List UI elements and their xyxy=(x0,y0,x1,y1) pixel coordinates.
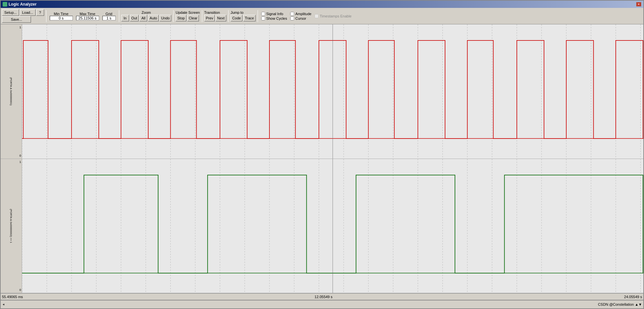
file-row1: Setup... Load... ? xyxy=(2,9,44,16)
update-group: Update Screen Stop Clear xyxy=(176,11,200,21)
max-time-value: 25.11506 s xyxy=(76,16,99,20)
signal-info-input[interactable] xyxy=(261,12,265,16)
show-cycles-checkbox[interactable]: Show Cycles xyxy=(261,16,287,20)
channel-2-plot[interactable] xyxy=(22,159,643,293)
status-bar: 55.49065 ms 12.05549 s 24.05549 s xyxy=(1,293,643,300)
taskbar: ◄ CSDN @Constellation ▲▼ xyxy=(1,300,643,308)
update-screen-label: Update Screen xyxy=(176,11,200,14)
update-clear-button[interactable]: Clear xyxy=(187,15,199,21)
sep1 xyxy=(46,10,46,22)
channel-2-label: 1 (PORTA & 0x00000002) >> 1 0 xyxy=(1,159,22,293)
main-window: Logic Analyzer ✕ Setup... Load... ? Save… xyxy=(0,0,644,309)
transition-label-row: Transition xyxy=(204,11,226,14)
jump-label-row: Jump to xyxy=(231,11,256,14)
zoom-group: Zoom In Out All Auto Undo xyxy=(121,11,172,21)
signal-info-checkbox[interactable]: Signal Info xyxy=(261,12,287,16)
title-bar: Logic Analyzer ✕ xyxy=(1,1,643,8)
update-btn-row: Stop Clear xyxy=(176,15,200,21)
jump-label: Jump to xyxy=(231,11,243,14)
min-time-label: Min Time xyxy=(54,12,69,16)
window-title: Logic Analyzer xyxy=(9,2,37,7)
cursor-label: Cursor xyxy=(295,16,306,20)
zoom-undo-button[interactable]: Undo xyxy=(159,15,171,21)
transition-group: Transition Prev Next xyxy=(204,11,226,21)
channel-container: 1 (PORTA & 0x00000001) 0 1 (PO xyxy=(1,24,643,293)
file-group: Setup... Load... ? Save... xyxy=(2,9,44,23)
channel-2: 1 (PORTA & 0x00000002) >> 1 0 xyxy=(1,159,643,294)
max-time-group: Max Time 25.11506 s xyxy=(76,12,99,20)
main-content: 1 (PORTA & 0x00000001) 0 1 (PO xyxy=(1,24,643,300)
amplitude-input[interactable] xyxy=(290,12,294,16)
taskbar-right-info: CSDN @Constellation ▲▼ xyxy=(598,302,642,306)
sep5 xyxy=(228,10,229,22)
sep3 xyxy=(173,10,174,22)
zoom-auto-button[interactable]: Auto xyxy=(148,15,159,21)
grid-label: Grid xyxy=(105,12,112,16)
max-time-label: Max Time xyxy=(80,12,96,16)
status-left-time: 55.49065 ms xyxy=(2,295,23,299)
grid-value: 1 s xyxy=(102,16,116,20)
close-button[interactable]: ✕ xyxy=(636,2,641,7)
status-center-time: 12.05549 s xyxy=(23,295,624,299)
file-row2: Save... xyxy=(2,16,44,23)
channel-2-name: (PORTA & 0x00000002) >> 1 xyxy=(1,164,21,289)
amplitude-label: Amplitude xyxy=(295,12,311,16)
zoom-in-button[interactable]: In xyxy=(121,15,129,21)
sep6 xyxy=(258,10,258,22)
sep4 xyxy=(202,10,202,22)
show-cycles-label: Show Cycles xyxy=(266,16,287,20)
channel-1-plot[interactable] xyxy=(22,24,643,159)
timestamps-input[interactable] xyxy=(315,14,319,18)
zoom-label-row: Zoom xyxy=(121,11,172,14)
channel-1-name: (PORTA & 0x00000001) xyxy=(1,29,21,154)
min-time-group: Min Time 0 s xyxy=(50,12,73,20)
jump-btn-row: Code Trace xyxy=(231,15,256,21)
channel-1-label: 1 (PORTA & 0x00000001) 0 xyxy=(1,24,22,159)
signal-info-label: Signal Info xyxy=(266,12,283,16)
transition-btn-row: Prev Next xyxy=(204,15,226,21)
jump-code-button[interactable]: Code xyxy=(231,15,242,21)
cursor-input[interactable] xyxy=(290,16,294,20)
transition-label: Transition xyxy=(204,11,220,14)
channel-2-label-top: 1 xyxy=(1,160,21,164)
load-button[interactable]: Load... xyxy=(20,9,36,16)
status-right-time: 24.05549 s xyxy=(624,295,642,299)
setup-button[interactable]: Setup... xyxy=(2,9,19,16)
time-row1: Min Time 0 s Max Time 25.11506 s Grid 1 … xyxy=(48,12,117,20)
update-stop-button[interactable]: Stop xyxy=(176,15,186,21)
channel-1: 1 (PORTA & 0x00000001) 0 xyxy=(1,24,643,159)
cursor-checkbox[interactable]: Cursor xyxy=(290,16,311,20)
toolbar: Setup... Load... ? Save... Min Time 0 s … xyxy=(1,8,643,24)
app-icon xyxy=(3,2,7,7)
channel-1-label-top: 1 xyxy=(1,26,21,29)
channel-1-label-bottom: 0 xyxy=(1,154,21,157)
transition-prev-button[interactable]: Prev xyxy=(204,15,215,21)
zoom-all-button[interactable]: All xyxy=(139,15,147,21)
update-label-row: Update Screen xyxy=(176,11,200,14)
options-group2: Amplitude Cursor xyxy=(290,12,311,20)
timestamps-checkbox[interactable]: Timestamps Enable xyxy=(315,14,351,18)
channel-2-label-bottom: 0 xyxy=(1,288,21,292)
sep2 xyxy=(119,10,119,22)
show-cycles-input[interactable] xyxy=(261,16,265,20)
taskbar-left: ◄ xyxy=(2,303,5,306)
grid-group: Grid 1 s xyxy=(102,12,116,20)
options-group: Signal Info Show Cycles xyxy=(261,12,287,20)
min-time-value: 0 s xyxy=(50,16,73,20)
zoom-label: Zoom xyxy=(121,11,172,14)
options-group3: Timestamps Enable xyxy=(315,14,351,18)
transition-next-button[interactable]: Next xyxy=(215,15,226,21)
zoom-btn-row: In Out All Auto Undo xyxy=(121,15,172,21)
time-group: Min Time 0 s Max Time 25.11506 s Grid 1 … xyxy=(48,12,117,20)
scroll-left-arrow[interactable]: ◄ xyxy=(2,303,5,306)
jump-group: Jump to Code Trace xyxy=(231,11,256,21)
zoom-out-button[interactable]: Out xyxy=(130,15,139,21)
timestamps-label: Timestamps Enable xyxy=(320,14,351,18)
amplitude-checkbox[interactable]: Amplitude xyxy=(290,12,311,16)
help-button[interactable]: ? xyxy=(36,9,44,16)
save-button[interactable]: Save... xyxy=(2,16,31,23)
title-bar-left: Logic Analyzer xyxy=(3,2,37,7)
jump-trace-button[interactable]: Trace xyxy=(243,15,256,21)
